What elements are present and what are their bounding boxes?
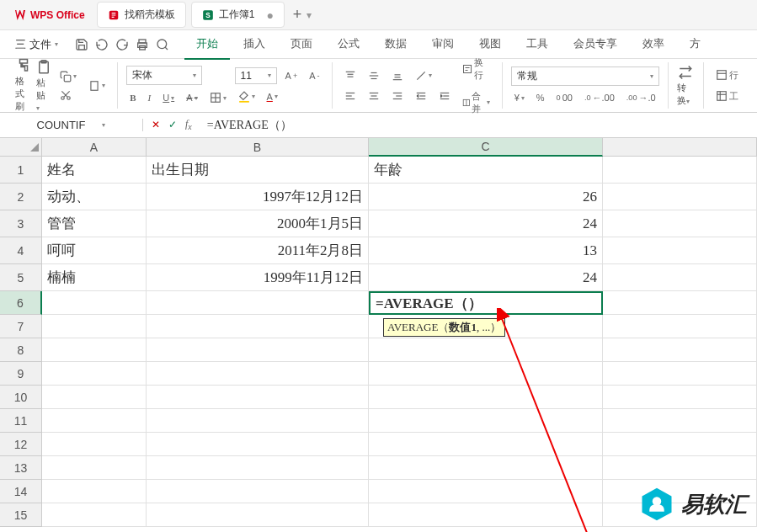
strikethrough-button[interactable]: A▾ (183, 91, 200, 104)
row-header[interactable]: 4 (0, 237, 42, 264)
cell[interactable] (42, 480, 147, 503)
decrease-font-icon[interactable]: A- (306, 69, 323, 82)
cell[interactable] (369, 338, 603, 362)
cell[interactable] (147, 338, 369, 362)
cell[interactable] (42, 291, 147, 315)
cell[interactable] (369, 456, 603, 480)
cell[interactable] (369, 480, 603, 503)
save-icon[interactable] (75, 38, 88, 51)
cell[interactable]: 呵呵 (42, 237, 147, 264)
align-top-icon[interactable] (341, 68, 360, 83)
row-header[interactable]: 6 (0, 291, 42, 315)
cell[interactable] (42, 409, 147, 433)
cell[interactable] (369, 291, 603, 315)
tab-efficiency[interactable]: 效率 (631, 29, 676, 60)
select-all-corner[interactable] (0, 138, 42, 157)
cell[interactable] (147, 480, 369, 503)
file-menu[interactable]: 三 文件 ▾ (7, 34, 67, 56)
cell[interactable] (147, 291, 369, 315)
cell[interactable]: 管管 (42, 210, 147, 237)
border-button[interactable]: ▾ (206, 90, 230, 105)
cell[interactable] (42, 386, 147, 409)
clipboard-icon[interactable]: ▾ (85, 78, 109, 93)
row-header[interactable]: 8 (0, 338, 42, 362)
cell[interactable] (369, 433, 603, 456)
col-header-c[interactable]: C (369, 138, 603, 157)
tab-workbook[interactable]: S 工作簿1 ● (191, 2, 285, 28)
orientation-icon[interactable]: ▾ (412, 68, 435, 83)
row-header[interactable]: 7 (0, 315, 42, 338)
cell[interactable] (603, 433, 757, 456)
row-header[interactable]: 10 (0, 386, 42, 409)
paste-button[interactable]: 粘贴 ▾ (36, 60, 51, 112)
convert-button[interactable]: 转换▾ (677, 65, 695, 107)
align-bottom-icon[interactable] (388, 68, 407, 83)
print-icon[interactable] (136, 38, 149, 51)
row-header[interactable]: 15 (0, 503, 42, 527)
name-box[interactable]: COUNTIF▾ (0, 119, 143, 131)
decrease-decimal-icon[interactable]: .00→.0 (623, 91, 659, 104)
wrap-text-button[interactable]: 换行 (459, 55, 493, 83)
cell[interactable] (603, 315, 757, 338)
cell[interactable]: 2000年1月5日 (147, 210, 369, 237)
row-header[interactable]: 11 (0, 409, 42, 433)
currency-icon[interactable]: ¥▾ (511, 91, 528, 104)
cell[interactable] (147, 433, 369, 456)
cell[interactable] (147, 503, 369, 527)
cell[interactable] (369, 409, 603, 433)
cell[interactable]: 1999年11月12日 (147, 264, 369, 291)
tab-templates[interactable]: 找稻壳模板 (97, 2, 186, 28)
cell[interactable] (147, 409, 369, 433)
cell[interactable] (603, 338, 757, 362)
indent-left-icon[interactable] (412, 88, 430, 104)
bold-button[interactable]: B (126, 91, 139, 104)
cell[interactable] (147, 315, 369, 338)
cell[interactable]: 24 (369, 210, 603, 237)
col-header-a[interactable]: A (42, 138, 147, 157)
tab-start[interactable]: 开始 (184, 29, 230, 60)
cell[interactable] (147, 456, 369, 480)
cell[interactable] (603, 237, 757, 264)
cell[interactable] (42, 315, 147, 338)
row-header[interactable]: 9 (0, 362, 42, 386)
cell[interactable] (147, 386, 369, 409)
cell[interactable] (603, 157, 757, 184)
thousands-icon[interactable]: 000 (553, 91, 576, 104)
cell[interactable]: 24 (369, 264, 603, 291)
tab-member[interactable]: 会员专享 (562, 29, 629, 60)
fx-icon[interactable]: fx (185, 118, 192, 131)
cell[interactable] (603, 456, 757, 480)
percent-icon[interactable]: % (533, 91, 548, 104)
cell[interactable] (369, 386, 603, 409)
tab-menu-icon[interactable]: ▾ (307, 9, 312, 21)
cancel-icon[interactable]: ✕ (152, 119, 160, 130)
cut-button[interactable] (56, 88, 80, 103)
cell[interactable] (603, 210, 757, 237)
underline-button[interactable]: U▾ (159, 91, 178, 104)
cell[interactable]: 年龄 (369, 157, 603, 184)
worksheet-button[interactable]: 工 (712, 88, 742, 104)
col-header-blank[interactable] (603, 138, 757, 157)
tab-close-icon[interactable]: ● (266, 8, 273, 22)
indent-right-icon[interactable] (435, 88, 454, 104)
cell[interactable] (42, 362, 147, 386)
cell[interactable] (603, 291, 757, 315)
align-right-icon[interactable] (388, 88, 407, 104)
cell[interactable]: 姓名 (42, 157, 147, 184)
cell[interactable] (42, 456, 147, 480)
cell[interactable] (603, 409, 757, 433)
cell[interactable] (42, 433, 147, 456)
preview-icon[interactable] (156, 38, 169, 51)
tab-page[interactable]: 页面 (279, 29, 324, 60)
italic-button[interactable]: I (145, 91, 155, 104)
cell[interactable] (603, 184, 757, 210)
increase-decimal-icon[interactable]: .0←.00 (581, 91, 618, 104)
row-header[interactable]: 14 (0, 480, 42, 503)
row-header[interactable]: 5 (0, 264, 42, 291)
row-header[interactable]: 12 (0, 433, 42, 456)
cell[interactable] (603, 362, 757, 386)
tab-tools[interactable]: 工具 (514, 29, 560, 60)
tab-more[interactable]: 方 (678, 29, 712, 60)
tab-formula[interactable]: 公式 (326, 29, 371, 60)
cell[interactable] (369, 503, 603, 527)
